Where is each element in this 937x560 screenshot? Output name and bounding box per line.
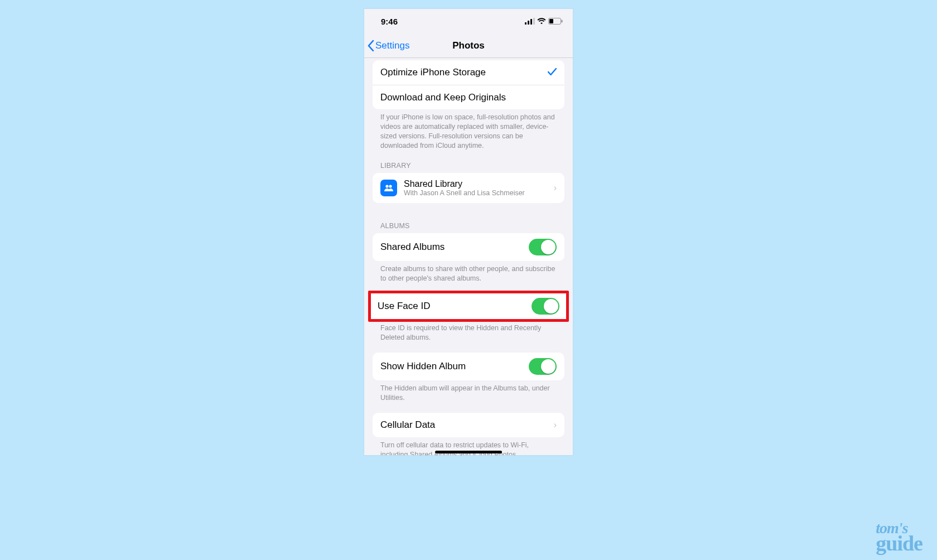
optimize-storage-row[interactable]: Optimize iPhone Storage xyxy=(373,60,564,85)
highlighted-faceid-group: Use Face ID xyxy=(368,291,569,322)
status-bar: 9:46 xyxy=(364,9,573,33)
watermark-bottom: guide xyxy=(876,535,922,552)
shared-library-title: Shared Library xyxy=(404,178,554,189)
hidden-album-group: Show Hidden Album xyxy=(373,353,564,380)
albums-header: ALBUMS xyxy=(373,203,564,233)
settings-content: Optimize iPhone Storage Download and Kee… xyxy=(364,58,573,455)
storage-footer: If your iPhone is low on space, full-res… xyxy=(373,109,564,151)
svg-point-7 xyxy=(385,185,388,187)
chevron-right-icon: › xyxy=(554,183,557,193)
show-hidden-toggle[interactable] xyxy=(529,358,557,375)
shared-albums-toggle[interactable] xyxy=(529,239,557,255)
back-button[interactable]: Settings xyxy=(364,40,409,51)
storage-group: Optimize iPhone Storage Download and Kee… xyxy=(373,60,564,109)
faceid-footer: Face ID is required to view the Hidden a… xyxy=(373,322,564,342)
show-hidden-row[interactable]: Show Hidden Album xyxy=(373,353,564,380)
cellular-group: Cellular Data › xyxy=(373,413,564,437)
shared-library-row[interactable]: Shared Library With Jason A Snell and Li… xyxy=(373,173,564,203)
svg-point-8 xyxy=(389,185,392,187)
svg-rect-2 xyxy=(530,19,532,25)
back-label: Settings xyxy=(375,40,409,51)
signal-icon xyxy=(525,18,535,25)
cellular-data-label: Cellular Data xyxy=(380,419,554,431)
shared-albums-footer: Create albums to share with other people… xyxy=(373,261,564,283)
shared-albums-group: Shared Albums xyxy=(373,233,564,261)
wifi-icon xyxy=(537,18,546,25)
chevron-right-icon: › xyxy=(554,420,557,430)
status-icons xyxy=(525,18,563,25)
use-faceid-toggle[interactable] xyxy=(532,298,559,315)
page-title: Photos xyxy=(452,40,485,51)
download-originals-label: Download and Keep Originals xyxy=(380,92,557,103)
home-indicator[interactable] xyxy=(435,451,502,453)
phone-frame: 9:46 Settings Photos xyxy=(364,9,573,455)
status-time: 9:46 xyxy=(381,17,398,26)
hidden-footer: The Hidden album will appear in the Albu… xyxy=(373,380,564,403)
library-group: Shared Library With Jason A Snell and Li… xyxy=(373,173,564,203)
shared-albums-row[interactable]: Shared Albums xyxy=(373,233,564,261)
watermark: tom's guide xyxy=(876,522,922,552)
chevron-left-icon xyxy=(368,40,374,51)
use-faceid-label: Use Face ID xyxy=(378,301,532,312)
download-originals-row[interactable]: Download and Keep Originals xyxy=(373,85,564,109)
svg-rect-1 xyxy=(528,21,529,25)
shared-library-subtitle: With Jason A Snell and Lisa Schmeiser xyxy=(404,189,554,197)
show-hidden-label: Show Hidden Album xyxy=(380,361,529,372)
nav-bar: Settings Photos xyxy=(364,33,573,58)
svg-rect-0 xyxy=(525,22,527,25)
shared-albums-label: Shared Albums xyxy=(380,242,529,253)
cellular-data-row[interactable]: Cellular Data › xyxy=(373,413,564,437)
shared-library-icon xyxy=(380,180,397,196)
svg-rect-5 xyxy=(549,19,553,23)
optimize-storage-label: Optimize iPhone Storage xyxy=(380,67,548,78)
svg-rect-6 xyxy=(562,20,563,23)
battery-icon xyxy=(548,18,563,25)
library-header: LIBRARY xyxy=(373,151,564,173)
svg-rect-3 xyxy=(533,18,535,25)
use-faceid-row[interactable]: Use Face ID xyxy=(371,293,566,319)
check-icon xyxy=(548,67,557,79)
